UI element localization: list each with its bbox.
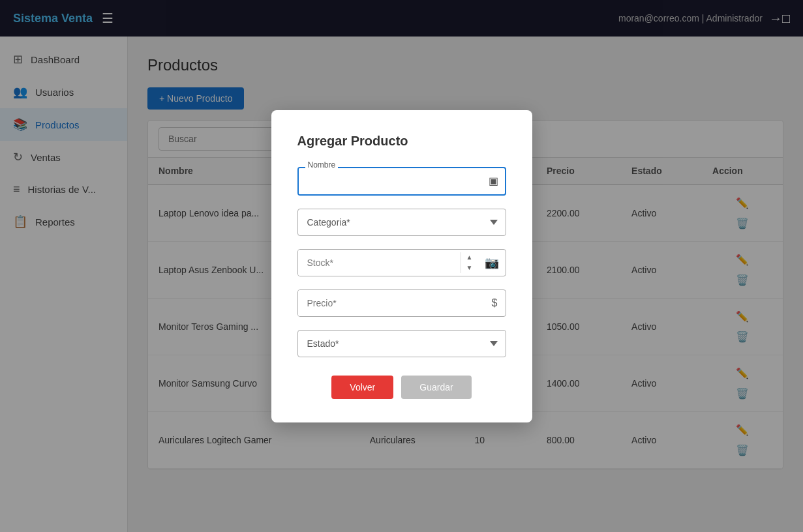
stock-wrapper: ▲ ▼ 📷 [297, 249, 506, 276]
barcode-icon: ▣ [482, 175, 505, 187]
nombre-field-group: Nombre ▣ [297, 167, 506, 196]
modal-overlay: Agregar Producto Nombre ▣ Categoria* Lap… [0, 0, 803, 532]
modal-agregar-producto: Agregar Producto Nombre ▣ Categoria* Lap… [271, 110, 532, 422]
categoria-field-group: Categoria* Laptops Monitores Auriculares… [297, 209, 506, 236]
estado-select[interactable]: Estado* Activo Inactivo [297, 330, 506, 357]
nombre-input[interactable] [299, 168, 482, 194]
stock-increment-button[interactable]: ▲ [461, 252, 478, 263]
estado-field-group: Estado* Activo Inactivo [297, 330, 506, 357]
stock-field-group: ▲ ▼ 📷 [297, 249, 506, 276]
nombre-wrapper: ▣ [297, 167, 506, 196]
guardar-button[interactable]: Guardar [401, 376, 471, 399]
stock-spinners: ▲ ▼ [461, 252, 478, 273]
volver-button[interactable]: Volver [331, 376, 393, 399]
modal-title: Agregar Producto [297, 134, 506, 149]
precio-wrapper: $ [297, 289, 506, 317]
stock-decrement-button[interactable]: ▼ [461, 263, 478, 273]
stock-barcode-button[interactable]: 📷 [478, 256, 506, 270]
precio-field-group: $ [297, 289, 506, 317]
modal-actions: Volver Guardar [297, 376, 506, 399]
dollar-symbol: $ [484, 297, 506, 309]
stock-input[interactable] [298, 250, 461, 276]
categoria-select[interactable]: Categoria* Laptops Monitores Auriculares… [297, 209, 506, 236]
nombre-label: Nombre [305, 160, 339, 170]
precio-input[interactable] [298, 290, 484, 316]
